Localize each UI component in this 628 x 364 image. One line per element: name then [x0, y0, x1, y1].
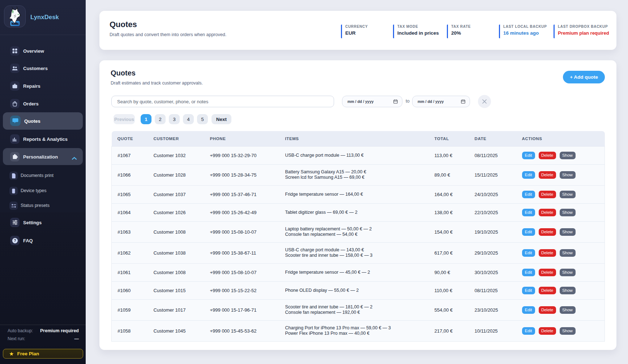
svg-text:?: ? [14, 238, 16, 243]
